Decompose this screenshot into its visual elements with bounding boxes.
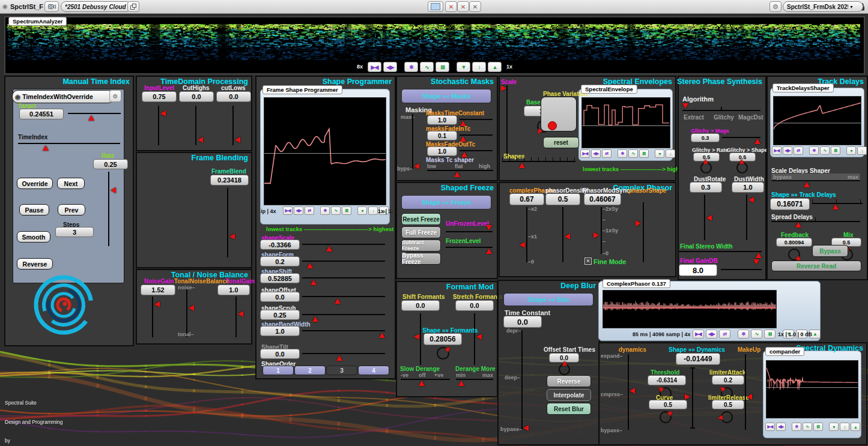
complexphasor-value[interactable]: 0.67 (509, 193, 544, 205)
frameblend-value[interactable]: 0.23418 (210, 175, 249, 185)
tcshaper-slider[interactable] (427, 170, 493, 171)
shapeshift-handle[interactable] (311, 280, 317, 285)
prev-button[interactable]: Prev (58, 204, 85, 215)
shape-to-formants-knob[interactable] (437, 347, 449, 360)
frameblend-slider[interactable] (227, 188, 228, 258)
grid-icon[interactable]: ⊠ (342, 206, 351, 215)
shapes-handle[interactable] (519, 163, 525, 168)
shapetilt-value[interactable]: 0.0 (260, 349, 300, 359)
phasorshape-slider[interactable] (643, 202, 644, 262)
wave-icon[interactable]: ∿ (803, 423, 812, 431)
shapescale-handle[interactable] (326, 246, 332, 252)
glitchy-mags-slider[interactable] (722, 137, 760, 138)
frame-shape-display[interactable] (264, 97, 386, 205)
rate-slider[interactable] (108, 172, 109, 246)
final-gaindb-slider[interactable] (721, 269, 762, 270)
preset-dropdown[interactable]: *2501 Debussy Cloud ▼ (61, 1, 132, 12)
dustwidth-handle[interactable] (748, 197, 754, 203)
module-settings-button[interactable]: ⚙ (109, 90, 121, 102)
dustrotate-slider[interactable] (704, 194, 705, 240)
loop-icon[interactable]: ▶◀ (368, 62, 381, 72)
subtract-freeze-button[interactable]: Subtract Freeze (401, 240, 441, 252)
spectrum-analyzer-tab[interactable]: SpectrumAnalyzer (8, 17, 67, 26)
algorithm-handle[interactable] (682, 103, 688, 109)
masksfadein-handle[interactable] (460, 136, 466, 142)
timeindex-slider-handle[interactable] (43, 145, 49, 151)
dustrotate-value[interactable]: 0.3 (690, 182, 722, 193)
grid-icon[interactable]: ⊠ (831, 146, 840, 155)
inputlevel-handle[interactable] (160, 110, 166, 116)
override-button[interactable]: Override (17, 178, 53, 189)
balance-handle[interactable] (189, 305, 194, 311)
shapebandwidth-value[interactable]: 1.0 (260, 326, 300, 336)
glitchy-shape-knob[interactable] (736, 162, 748, 173)
vzoom-icon[interactable]: ↕ (666, 149, 675, 158)
blur-reverse-button[interactable]: Reverse (547, 375, 591, 387)
offset-start-knob[interactable] (559, 364, 570, 375)
bounds-icon[interactable]: ⇄ (719, 330, 730, 339)
cuthighs-handle[interactable] (198, 137, 203, 143)
phasormodsync-value[interactable]: 0.46067 (584, 193, 621, 205)
freeze-icon[interactable]: ❄ (320, 206, 330, 215)
shapeoffset-handle[interactable] (335, 298, 341, 304)
phasormodsync-handle[interactable] (593, 232, 599, 238)
freeze-icon[interactable]: ❄ (809, 146, 819, 155)
frozenlevel-handle[interactable] (486, 249, 492, 254)
cutlows-slider[interactable] (232, 106, 234, 145)
cuthighs-value[interactable]: 0.0 (179, 91, 214, 102)
grid-icon[interactable]: ⊠ (639, 149, 649, 158)
maskstimeconstant-slider[interactable] (460, 119, 493, 120)
shapeform-value[interactable]: 0.2 (260, 256, 300, 267)
cutlows-handle[interactable] (235, 137, 240, 143)
freeze-icon[interactable]: ❄ (792, 423, 801, 431)
record-icon[interactable]: ◉ (2, 3, 8, 10)
duplicate-button[interactable] (127, 1, 139, 12)
close-patcher-button[interactable]: ✕ (469, 1, 481, 12)
shape-to-dynamics-value[interactable]: -0.01449 (676, 353, 720, 365)
rate-value[interactable]: 0.25 (93, 159, 128, 169)
vzoom-icon[interactable]: ↕ (368, 206, 378, 215)
shift-formants-value[interactable]: 0.0 (401, 300, 440, 311)
track-delays-tab[interactable]: TrackDelaysShaper (772, 83, 834, 92)
timeindex-slider[interactable] (18, 143, 120, 144)
vfill-icon[interactable]: ▲ (488, 62, 502, 72)
bounds-icon[interactable]: ⇄ (305, 206, 314, 215)
wave-icon[interactable]: ∿ (628, 149, 638, 158)
vfit-icon[interactable]: ▼ (829, 423, 839, 431)
grid-icon[interactable]: ⊠ (813, 423, 823, 431)
target-slider-handle[interactable] (88, 115, 94, 121)
limiterrelease-knob[interactable] (721, 411, 733, 423)
dustwidth-slider[interactable] (746, 194, 747, 240)
final-stereo-width-handle[interactable] (756, 253, 762, 258)
phase-variation-pad[interactable] (541, 97, 577, 131)
wave-icon[interactable]: ∿ (751, 330, 762, 339)
delays-bypass-button[interactable]: Bypass (812, 245, 848, 257)
tonalgain-handle[interactable] (238, 311, 243, 317)
grid-icon[interactable]: ⊠ (436, 62, 449, 72)
shapescale-slider[interactable] (302, 244, 385, 245)
final-gaindb-handle[interactable] (753, 259, 759, 265)
curve-knob[interactable] (660, 411, 672, 423)
time-constant-slider[interactable] (521, 330, 523, 430)
spread-delays-slider[interactable] (771, 217, 860, 222)
shapeshift-value[interactable]: 0.52885 (260, 273, 300, 283)
noisegain-slider[interactable] (152, 297, 153, 337)
stretch-formants-slider[interactable] (474, 313, 475, 365)
freeze-icon[interactable]: ❄ (618, 149, 627, 158)
loop-icon[interactable]: ▶◀ (765, 423, 775, 431)
tcshaper-handle[interactable] (454, 172, 460, 177)
shapescrub-value[interactable]: 0.25 (260, 310, 300, 320)
next-button[interactable]: Next (57, 178, 85, 189)
shapetilt-handle[interactable] (336, 355, 342, 361)
full-freeze-button[interactable]: Full Freeze (401, 226, 441, 238)
pan-icon[interactable]: ◀▶ (776, 423, 786, 431)
masking-handle[interactable] (414, 163, 419, 169)
final-stereo-width-slider[interactable] (679, 251, 762, 252)
stretch-formants-value[interactable]: 0.0 (455, 300, 494, 311)
phasordensity-handle[interactable] (565, 234, 570, 240)
shapescrub-handle[interactable] (312, 316, 318, 322)
masksfadeout-value[interactable]: 1.0 (427, 146, 457, 156)
loop-icon[interactable]: ▶◀ (693, 330, 704, 339)
scale-delays-handle[interactable] (804, 182, 810, 187)
noisegain-handle[interactable] (154, 301, 160, 307)
